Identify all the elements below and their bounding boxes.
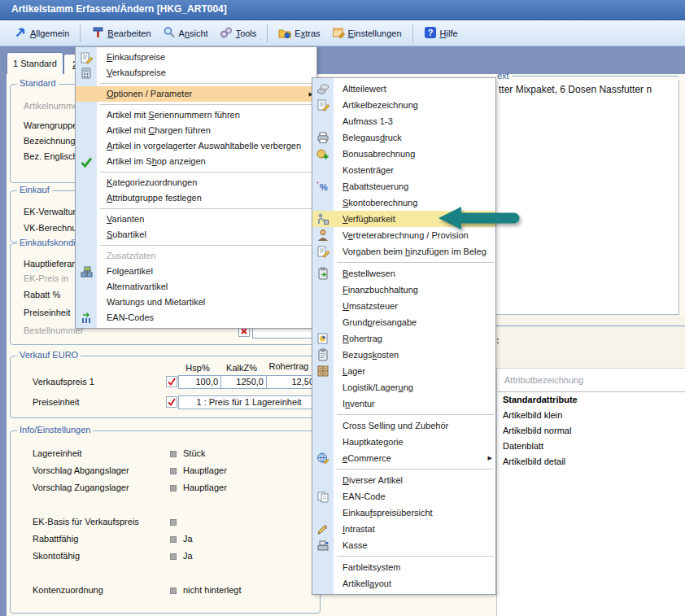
menu-item-diverser-artikel[interactable]: Diverser Artikel — [312, 472, 495, 488]
menu-item-ean-code[interactable]: EAN-Code — [312, 488, 495, 505]
menu-item-rabattsteuerung[interactable]: %*Rabattsteuerung — [312, 178, 495, 194]
menu-separator — [100, 208, 315, 209]
menu-item-alternativartikel[interactable]: Alternativartikel — [76, 279, 316, 295]
long-text-fragment: tter Mixpaket, 6 Dosen Nassfutter n — [499, 84, 652, 95]
menubar-item-einstellungen[interactable]: Einstellungen — [326, 24, 408, 43]
kalkz-value-field[interactable]: 1250,0 — [220, 375, 268, 389]
menu-item-attributgruppe-festlegen[interactable]: Attributgruppe festlegen — [76, 190, 316, 206]
menu-item-label: Altteilewert — [342, 84, 386, 94]
verkaufspreis-checkbox[interactable] — [165, 375, 178, 388]
menubar-item-bearbeiten[interactable]: Bearbeiten — [85, 24, 156, 43]
menu-item-label: Vorgaben beim hinzufügen im Beleg — [342, 247, 486, 256]
menu-item-label: Kostenträger — [342, 165, 394, 175]
info-label: Vorschlag Zugangslager — [33, 483, 129, 492]
field-label-bezeichnung: Bezeichnung — [24, 136, 76, 146]
menu-item-label: Tools — [236, 28, 257, 38]
menu-item-vorgaben-beim-hinzufügen-im-beleg[interactable]: Vorgaben beim hinzufügen im Beleg — [312, 243, 495, 260]
menu-item-bestellwesen[interactable]: Bestellwesen — [312, 265, 495, 282]
tab-1-standard[interactable]: 1 Standard — [7, 52, 63, 74]
menu-item-label: Extras — [295, 28, 320, 38]
menu-item-label: Verkaufspreise — [107, 68, 166, 77]
globe-icon — [316, 452, 329, 465]
menu-item-logistik-lagerung[interactable]: Logistik/Lagerung — [312, 379, 495, 395]
menu-item-label: Rabattsteuerung — [342, 181, 408, 191]
menu-item-varianten[interactable]: Varianten — [76, 212, 316, 227]
availability-icon — [316, 212, 329, 225]
menu-item-einkaufspreisübersicht[interactable]: Einkaufspreisübersicht — [312, 505, 495, 521]
hsp-value-field[interactable]: 100,0 — [178, 375, 222, 389]
menu-item-artikellayout[interactable]: Artikellayout — [312, 575, 495, 592]
left-border-strip — [0, 46, 7, 616]
column-header-kalkz: KalkZ% — [220, 363, 263, 373]
info-value: Ja — [183, 534, 193, 544]
bullet-icon — [170, 536, 177, 543]
menu-separator — [100, 104, 315, 105]
menu-item-hauptkategorie[interactable]: Hauptkategorie — [312, 434, 495, 450]
group-verkauf-euro: Verkauf EURO Hsp% KalkZ% Rohertrag Verka… — [10, 356, 321, 418]
menu-item-rohertrag[interactable]: Rohertrag — [312, 330, 495, 347]
rohertrag-value-field[interactable]: 12,50 — [266, 375, 318, 389]
menu-item-subartikel[interactable]: Subartikel — [76, 227, 316, 242]
preiseinheit-checkbox[interactable] — [165, 395, 178, 408]
menu-item-aufmass-1-3[interactable]: Aufmass 1-3 — [312, 113, 495, 129]
menu-item-altteilewert[interactable]: Altteilewert — [312, 81, 495, 97]
menu-item-label: Bearbeiten — [107, 28, 151, 38]
menu-item-artikel-mit-chargen-führen[interactable]: Artikel mit Chargen führen — [76, 123, 316, 138]
menu-item-intrastat[interactable]: Intrastat — [312, 521, 495, 537]
menu-item-umsatzsteuer[interactable]: Umsatzsteuer — [312, 298, 495, 314]
menu-item-label: Bonusabrechnung — [342, 149, 415, 159]
hammer-icon — [91, 26, 104, 41]
preiseinheit-value-field[interactable]: 1 : Preis für 1 Lagereinheit — [178, 395, 320, 409]
menubar-item-hilfe[interactable]: ?Hilfe — [418, 24, 464, 43]
menubar-item-allgemein[interactable]: Allgemein — [8, 24, 75, 43]
menu-item-wartungs-und-mietartikel[interactable]: Wartungs und Mietartikel — [76, 295, 316, 310]
attribute-row-standardattribute[interactable]: Standardattribute — [497, 392, 685, 408]
menu-item-cross-selling-und-zubehör[interactable]: Cross Selling und Zubehör — [312, 417, 495, 434]
long-text-area[interactable]: tter Mixpaket, 6 Dosen Nassfutter n — [496, 80, 679, 315]
menu-item-label: Einkaufspreise — [107, 52, 165, 62]
field-label-ek-verwaltung: EK-Verwaltung — [24, 207, 83, 216]
menu-item-ean-codes[interactable]: EAN-Codes — [76, 310, 316, 325]
attribute-row-artikelbild-normal[interactable]: Artikelbild normal — [497, 423, 685, 439]
menu-item-label: Logistik/Lagerung — [342, 382, 413, 392]
info-value: nicht hinterlegt — [183, 585, 242, 595]
menu-item-artikel-mit-seriennummern-führen[interactable]: Artikel mit Seriennummern führen — [76, 107, 316, 123]
text-group-border — [512, 76, 678, 76]
menu-item-finanzbuchhaltung[interactable]: Finanzbuchhaltung — [312, 282, 495, 298]
menu-item-inventur[interactable]: Inventur — [312, 395, 495, 412]
menu-item-bonusabrechnung[interactable]: Bonusabrechnung — [312, 146, 495, 162]
menu-item-kostenträger[interactable]: Kostenträger — [312, 162, 495, 178]
menu-item-artikel-im-shop-anzeigen[interactable]: Artikel im Shop anzeigen — [76, 154, 316, 169]
menubar-item-ansicht[interactable]: Ansicht — [157, 24, 214, 43]
menu-item-einkaufspreise[interactable]: Einkaufspreise — [76, 50, 316, 65]
menu-item-optionen-parameter[interactable]: Optionen / Parameter▶ — [76, 86, 316, 102]
menubar-item-tools[interactable]: Tools — [214, 24, 263, 43]
menu-item-label: Inventur — [342, 399, 375, 408]
panel-divider-line — [496, 325, 685, 326]
menu-item-lager[interactable]: Lager — [312, 363, 495, 379]
menu-item-label: Kategoriezuordnungen — [107, 177, 197, 187]
menu-item-zusatzdaten[interactable]: Zusatzdaten — [76, 248, 316, 264]
menu-item-grundpreisangabe[interactable]: Grundpreisangabe — [312, 314, 495, 330]
ean-bars-icon — [80, 312, 93, 325]
menu-item-belegausdruck[interactable]: Belegausdruck — [312, 129, 495, 146]
menu-item-bezugskosten[interactable]: Bezugskosten — [312, 347, 495, 363]
menu-item-ecommerce[interactable]: eCommerce▶ — [312, 450, 495, 466]
attribute-row-artikelbild-klein[interactable]: Artikelbild klein — [497, 408, 685, 423]
menu-bar: AllgemeinBearbeitenAnsichtToolsExtrasEin… — [0, 20, 685, 46]
menu-item-label: Varianten — [107, 214, 144, 224]
attribute-list: Attributbezeichnung StandardattributeArt… — [496, 368, 685, 616]
attribute-row-datenblatt[interactable]: Datenblatt — [497, 439, 685, 454]
menu-item-farbleitsystem[interactable]: Farbleitsystem — [312, 559, 495, 575]
menu-item-kasse[interactable]: Kasse — [312, 537, 495, 553]
menu-item-artikel-in-vorgelagerter-auswahltabelle-verbergen[interactable]: Artikel in vorgelagerter Auswahltabelle … — [76, 138, 316, 154]
menu-item-artikelbezeichnung[interactable]: Artikelbezeichnung — [312, 97, 495, 113]
menubar-item-extras[interactable]: Extras — [273, 24, 325, 43]
menu-item-folgeartikel[interactable]: Folgeartikel — [76, 264, 316, 279]
attribute-row-artikelbild-detail[interactable]: Artikelbild detail — [497, 454, 685, 470]
menu-item-kategoriezuordnungen[interactable]: Kategoriezuordnungen — [76, 175, 316, 190]
menu-item-label: Artikel in vorgelagerter Auswahltabelle … — [107, 141, 301, 151]
menu-item-verkaufspreise[interactable]: Verkaufspreise — [76, 65, 316, 81]
menu-item-label: Diverser Artikel — [342, 475, 403, 485]
green-check-icon — [80, 155, 93, 168]
